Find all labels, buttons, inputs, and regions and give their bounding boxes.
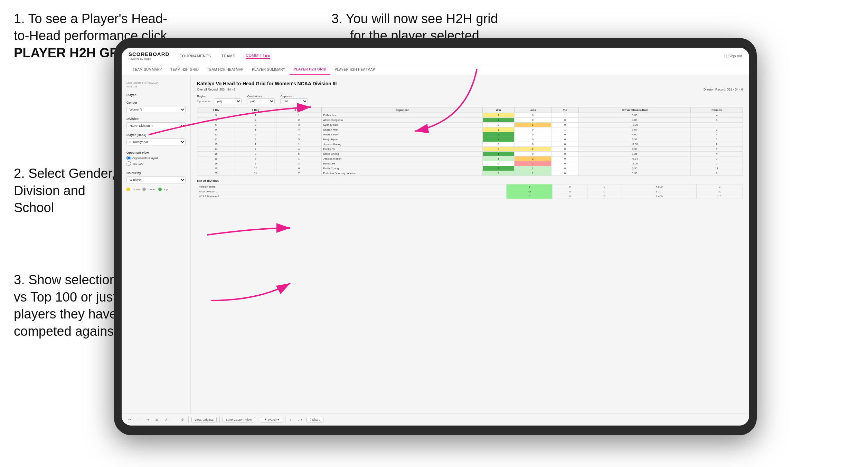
table-cell: 0 [551,152,578,156]
table-cell: 10 [235,166,276,171]
table-cell: 7 [691,156,743,161]
toolbar-timer[interactable]: ⏱ [179,417,186,422]
subnav-team-h2h-grid[interactable]: TEAM H2H GRID [166,64,203,75]
table-cell: -0.94 [579,156,691,161]
subnav-team-h2h-heatmap[interactable]: TEAM H2H HEATMAP [203,64,248,75]
table-cell: 0 [482,123,514,127]
region-filter-select[interactable]: (All) [214,98,242,104]
main-area: Last Updated: 27/03/2024 16:55:38 Player… [122,75,749,413]
table-cell: 11 [691,166,743,171]
step2-line1: 2. Select Gender, [14,166,115,181]
legend-level-label: Level [149,188,155,191]
toolbar-expand-v[interactable]: ↕ [288,417,293,422]
gender-select[interactable]: Women's [126,106,186,113]
table-cell: 16 [197,156,235,161]
toolbar-share[interactable]: ⟨ Share [306,417,323,422]
table-cell: 1 [276,142,322,147]
ood-table-cell: 4.500 [622,184,696,189]
table-cell: Sharon Mun [322,127,483,132]
table-cell: 1 [551,113,578,118]
ood-table-row: NAIA Division 115009.26730 [197,189,743,194]
subnav-player-summary[interactable]: PLAYER SUMMARY [248,64,290,75]
toolbar-view-original[interactable]: View: Original [191,417,217,422]
table-cell: 2 [482,132,514,137]
table-cell: 2 [235,118,276,123]
overall-record: Overall Record: 353 - 34 - 6 [197,88,235,91]
logo-text: SCOREBOARD [129,51,169,57]
step1-line1: 1. To see a Player's Head- [14,11,167,26]
ood-table-cell: NAIA Division 1 [197,189,507,194]
conference-filter-select[interactable]: (All) [247,98,275,104]
table-row: 1822Euna Lee020-5.002 [197,161,743,166]
toolbar-undo[interactable]: ↩ [126,417,133,422]
division-record: Division Record: 331 - 34 - 6 [704,88,743,91]
table-row: 20117Federica Domecq Lacroze2101.336 [197,171,743,176]
subnav-team-summary[interactable]: TEAM SUMMARY [129,64,166,75]
sidebar: Last Updated: 27/03/2024 16:55:38 Player… [122,75,191,413]
toolbar-grid[interactable]: ⊞ [154,417,160,422]
radio-top100-input[interactable] [126,161,131,166]
nav-tournaments[interactable]: TOURNAMENTS [180,54,211,58]
col-div: # Div [197,107,235,113]
sidebar-opponent-view-section: Opponent view Opponents Played Top 100 [126,151,186,166]
col-tie: Tie [551,107,578,113]
toolbar-back[interactable]: ← [135,417,142,422]
player-rank-label: Player (Rank) [126,133,186,137]
filter-row: Region Opponents: (All) Conference [197,95,743,104]
content-area: Katelyn Vo Head-to-Head Grid for Women's… [191,75,749,413]
table-cell: 7 [276,171,322,176]
toolbar-refresh[interactable]: ↺ [163,417,169,422]
table-cell: 1 [482,118,514,123]
opponents-label: Opponents: [197,100,211,103]
table-cell: 11 [197,137,235,142]
ood-table-cell: 0 [587,194,622,199]
region-label: Region [197,95,242,98]
table-cell: 6 [235,132,276,137]
radio-top100[interactable]: Top 100 [126,161,186,166]
sign-out-link[interactable]: Sign out [728,54,742,58]
sidebar-player-section: Player [126,93,186,97]
content-subtitle: Overall Record: 353 - 34 - 6 Division Re… [197,88,743,91]
logo-area: SCOREBOARD Powered by clippd [129,51,169,60]
toolbar-save-custom[interactable]: Save Custom View [223,417,255,422]
nav-teams[interactable]: TEAMS [221,54,235,58]
radio-opponents-played-input[interactable] [126,156,131,160]
table-cell: 9 [197,127,235,132]
table-cell: 1.50 [579,113,691,118]
subnav-player-h2h-heatmap[interactable]: PLAYER H2H HEATMAP [330,64,379,75]
toolbar-dot[interactable]: · [172,417,176,422]
filter-opponent: Opponent (All) [280,95,308,104]
division-label: Division [126,117,186,121]
table-row: 1585Stella Cheng1001.254 [197,152,743,156]
col-win: Win [482,107,514,113]
table-cell: 0 [551,118,578,123]
ood-table-cell: 9.267 [622,189,696,194]
filter-region: Region Opponents: (All) [197,95,242,104]
player-rank-select[interactable]: 8. Katelyn Vo [126,139,186,145]
subnav-player-h2h-grid[interactable]: PLAYER H2H GRID [290,64,331,75]
ood-table-cell: Foreign Team [197,184,507,189]
table-cell: 2 [514,156,551,161]
ood-table-cell: 10 [697,194,743,199]
ood-table-row: Foreign Team1004.5002 [197,184,743,189]
toolbar-redo[interactable]: ↪ [145,417,151,422]
legend-level-dot [142,188,146,191]
table-cell: 4.00 [579,132,691,137]
toolbar-divider-2 [219,417,220,423]
table-cell: 1 [235,142,276,147]
table-cell: 2 [276,118,322,123]
opponent-filter-select[interactable]: (All) [280,98,308,104]
nav-committee[interactable]: COMMITTEE [246,53,270,59]
legend-down-dot [126,188,130,191]
toolbar-expand-h[interactable]: ⟷ [296,417,304,422]
table-cell: 0 [551,132,578,137]
toolbar-watch[interactable]: 👁 Watch ▾ [261,417,282,422]
colour-by-select[interactable]: Win/loss [126,177,186,183]
table-cell: 1 [514,123,551,127]
radio-opponents-played[interactable]: Opponents Played [126,156,186,160]
table-row: 311Esther Lee1011.504 [197,113,743,118]
player-label: Player [126,93,186,97]
table-cell: 2 [691,142,743,147]
division-select[interactable]: NCAA Division III [126,122,186,129]
content-title: Katelyn Vo Head-to-Head Grid for Women's… [197,81,743,86]
